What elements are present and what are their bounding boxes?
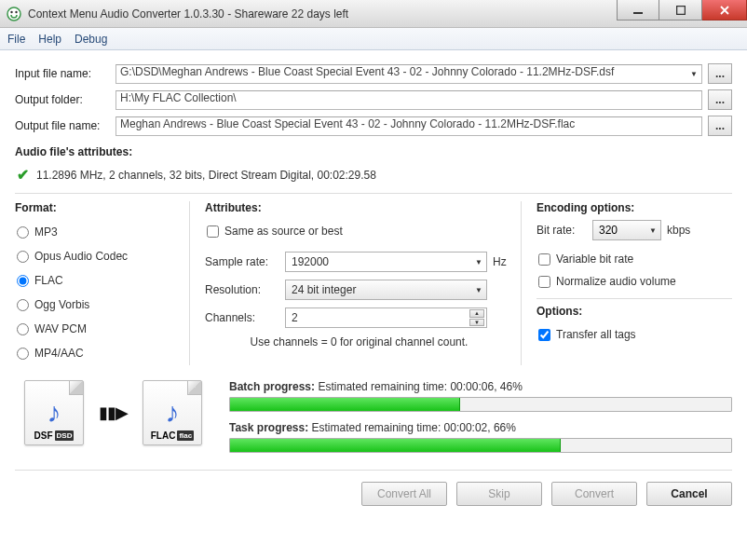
minimize-button[interactable] — [617, 0, 659, 20]
resolution-label: Resolution: — [205, 283, 285, 296]
sample-rate-label: Sample rate: — [205, 255, 285, 268]
menu-help[interactable]: Help — [38, 33, 61, 46]
format-radio-ogg[interactable]: Ogg Vorbis — [15, 293, 183, 317]
svg-point-1 — [10, 10, 12, 12]
app-icon — [6, 6, 22, 22]
format-icons: ♪ DSF DSD ▮▮▶ ♪ FLAC flac — [15, 380, 229, 445]
batch-progress-text: Estimated remaining time: 00:00:06, 46% — [318, 380, 522, 393]
channels-spinner[interactable]: 2 ▲▼ — [285, 307, 487, 328]
format-radio-mp3[interactable]: MP3 — [15, 220, 183, 244]
sample-rate-unit: Hz — [493, 255, 513, 268]
output-file-input[interactable]: Meghan Andrews - Blue Coast Special Even… — [115, 116, 702, 136]
task-progress-text: Estimated remaining time: 00:00:02, 66% — [312, 421, 516, 434]
menubar: File Help Debug — [0, 28, 747, 50]
dest-format-icon: ♪ FLAC flac — [143, 380, 202, 445]
format-radio-opus[interactable]: Opus Audio Codec — [15, 244, 183, 268]
spinner-icon[interactable]: ▲▼ — [469, 309, 484, 326]
output-folder-label: Output folder: — [15, 93, 115, 106]
format-radio-mp4[interactable]: MP4/AAC — [15, 341, 183, 365]
source-format-icon: ♪ DSF DSD — [24, 380, 84, 445]
input-file-browse-button[interactable]: ... — [708, 63, 732, 84]
bitrate-label: Bit rate: — [536, 224, 592, 237]
task-progress-label: Task progress: — [229, 421, 308, 434]
output-folder-input[interactable]: H:\My FLAC Collection\ — [115, 90, 702, 110]
dropdown-icon: ▼ — [475, 286, 482, 294]
channels-hint: Use channels = 0 for original channel co… — [205, 335, 513, 348]
format-radio-flac[interactable]: FLAC — [15, 268, 183, 293]
format-header: Format: — [15, 201, 183, 214]
output-file-label: Output file name: — [15, 119, 115, 132]
attributes-header: Attributes: — [205, 201, 513, 214]
sample-rate-select[interactable]: 192000 ▼ — [285, 252, 487, 272]
task-progress-bar — [229, 438, 732, 453]
convert-all-button[interactable]: Convert All — [361, 482, 447, 506]
convert-button[interactable]: Convert — [551, 482, 637, 506]
close-button[interactable] — [702, 0, 747, 20]
titlebar: Context Menu Audio Converter 1.0.3.30 - … — [0, 0, 747, 28]
music-note-icon: ♪ — [166, 399, 180, 427]
batch-progress-label: Batch progress: — [229, 380, 315, 393]
dropdown-icon: ▼ — [690, 70, 698, 78]
options-header: Options: — [536, 305, 732, 318]
menu-debug[interactable]: Debug — [75, 33, 107, 46]
input-file-value: G:\DSD\Meghan Andrews - Blue Coast Speci… — [120, 65, 614, 78]
resolution-select[interactable]: 24 bit integer ▼ — [285, 280, 487, 300]
window-title: Context Menu Audio Converter 1.0.3.30 - … — [28, 7, 348, 20]
check-icon: ✔ — [17, 166, 29, 184]
normalize-checkbox[interactable]: Normalize audio volume — [536, 270, 732, 293]
input-file-combo[interactable]: G:\DSD\Meghan Andrews - Blue Coast Speci… — [115, 64, 702, 84]
batch-progress-bar — [229, 397, 732, 412]
music-note-icon: ♪ — [48, 399, 61, 427]
bitrate-unit: kbps — [667, 224, 690, 237]
transfer-tags-checkbox[interactable]: Transfer all tags — [536, 323, 732, 346]
audio-attr-header: Audio file's attributes: — [15, 145, 732, 158]
output-file-value: Meghan Andrews - Blue Coast Special Even… — [120, 117, 575, 130]
svg-point-2 — [15, 10, 17, 12]
output-folder-value: H:\My FLAC Collection\ — [120, 91, 237, 104]
encoding-header: Encoding options: — [536, 201, 732, 214]
vbr-checkbox[interactable]: Variable bit rate — [536, 248, 732, 270]
menu-file[interactable]: File — [7, 33, 25, 46]
skip-button[interactable]: Skip — [456, 482, 542, 506]
svg-rect-4 — [676, 6, 685, 14]
bitrate-select[interactable]: 320 ▼ — [592, 220, 661, 240]
input-file-label: Input file name: — [15, 67, 115, 80]
format-radio-wav[interactable]: WAV PCM — [15, 317, 183, 341]
dropdown-icon: ▼ — [649, 226, 657, 235]
channels-label: Channels: — [205, 311, 285, 324]
svg-point-0 — [7, 7, 20, 20]
dropdown-icon: ▼ — [475, 258, 482, 266]
maximize-button[interactable] — [659, 0, 702, 20]
arrow-right-icon: ▮▮▶ — [99, 403, 128, 423]
cancel-button[interactable]: Cancel — [646, 482, 732, 506]
output-folder-browse-button[interactable]: ... — [708, 89, 732, 110]
same-as-source-checkbox[interactable]: Same as source or best — [205, 220, 513, 242]
svg-rect-3 — [633, 12, 643, 14]
output-file-browse-button[interactable]: ... — [708, 116, 732, 136]
audio-attr-text: 11.2896 MHz, 2 channels, 32 bits, Direct… — [36, 169, 376, 182]
